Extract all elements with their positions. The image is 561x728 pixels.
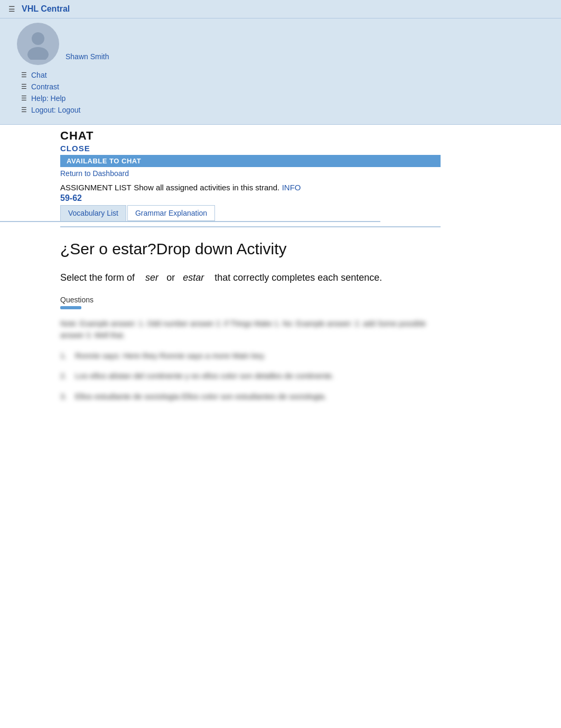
avatar — [17, 23, 59, 65]
instructions-text: Select the form of — [60, 272, 135, 283]
contrast-menu-icon: ☰ — [21, 83, 27, 90]
help-menu-icon: ☰ — [21, 95, 27, 102]
blurred-instructions: Note: Example answer: 1. Odd number answ… — [60, 318, 442, 342]
chat-title: CHAT — [60, 129, 561, 143]
return-to-dashboard-link[interactable]: Return to Dashboard — [60, 167, 561, 180]
question-item-3: 3. Ellos estudiante de sociologia Ellos … — [60, 391, 442, 403]
question-text-2: Los ellos alistan del continente y es el… — [75, 370, 334, 382]
assignment-list-label: ASSIGNMENT LIST — [60, 183, 132, 192]
user-name[interactable]: Shawn Smith — [66, 52, 109, 61]
questions-label: Questions — [60, 296, 442, 304]
tab-bar: Vocabulary List Grammar Explanation — [0, 203, 380, 222]
avatar-icon — [22, 28, 54, 60]
question-text-3: Ellos estudiante de sociologia Ellos col… — [75, 391, 326, 403]
main-content: ¿Ser o estar?Drop down Activity Select t… — [0, 227, 502, 423]
svg-point-0 — [32, 32, 44, 45]
instruction-end: that correctly completes each sentence. — [214, 272, 382, 283]
chat-menu-icon: ☰ — [21, 71, 27, 79]
question-list: 1. Ronnie says: Here they Ronnie says a … — [60, 350, 442, 403]
activity-instructions: Select the form of ser or estar that cor… — [60, 271, 442, 285]
menu-item-chat-label: Chat — [31, 71, 47, 79]
top-nav-bar: ☰ VHL Central — [0, 0, 561, 19]
word-ser: ser — [145, 272, 158, 283]
dropdown-area: Shawn Smith ☰ Chat ☰ Contrast ☰ Help: He… — [0, 19, 561, 125]
logout-menu-icon: ☰ — [21, 106, 27, 114]
questions-progress-bar — [60, 306, 81, 309]
show-all-label: Show all assigned activities in this str… — [134, 183, 279, 192]
activity-title: ¿Ser o estar?Drop down Activity — [60, 240, 442, 258]
assignment-section: ASSIGNMENT LIST Show all assigned activi… — [0, 180, 561, 203]
avatar-section: Shawn Smith — [8, 19, 553, 67]
chat-section: CHAT CLOSE AVAILABLE TO CHAT Return to D… — [0, 125, 561, 180]
menu-item-help[interactable]: ☰ Help: Help — [21, 93, 553, 104]
menu-item-help-label: Help: Help — [31, 94, 66, 103]
question-item-2: 2. Los ellos alistan del continente y es… — [60, 370, 442, 382]
menu-items: ☰ Chat ☰ Contrast ☰ Help: Help ☰ Logout:… — [8, 67, 553, 118]
menu-item-chat[interactable]: ☰ Chat — [21, 69, 553, 81]
tab-vocabulary-list[interactable]: Vocabulary List — [60, 205, 126, 221]
question-text-1: Ronnie says: Here they Ronnie says a mor… — [75, 350, 266, 362]
assignment-id[interactable]: 59-62 — [60, 193, 561, 203]
menu-item-contrast-label: Contrast — [31, 82, 59, 91]
question-number-3: 3. — [60, 391, 71, 403]
question-number-2: 2. — [60, 370, 71, 382]
tab-grammar-explanation[interactable]: Grammar Explanation — [127, 205, 215, 221]
menu-icon[interactable]: ☰ — [8, 5, 15, 13]
or-text: or — [166, 272, 175, 283]
site-title[interactable]: VHL Central — [22, 4, 70, 14]
menu-item-contrast[interactable]: ☰ Contrast — [21, 81, 553, 93]
close-button[interactable]: CLOSE — [60, 144, 561, 153]
menu-item-logout-label: Logout: Logout — [31, 106, 80, 114]
info-link[interactable]: INFO — [282, 183, 301, 192]
blurred-content-block: Note: Example answer: 1. Odd number answ… — [60, 318, 442, 402]
menu-item-logout[interactable]: ☰ Logout: Logout — [21, 104, 553, 116]
svg-point-1 — [27, 47, 49, 60]
question-item-1: 1. Ronnie says: Here they Ronnie says a … — [60, 350, 442, 362]
word-estar: estar — [183, 272, 204, 283]
question-number-1: 1. — [60, 350, 71, 362]
available-to-chat-bar: AVAILABLE TO CHAT — [60, 155, 441, 167]
